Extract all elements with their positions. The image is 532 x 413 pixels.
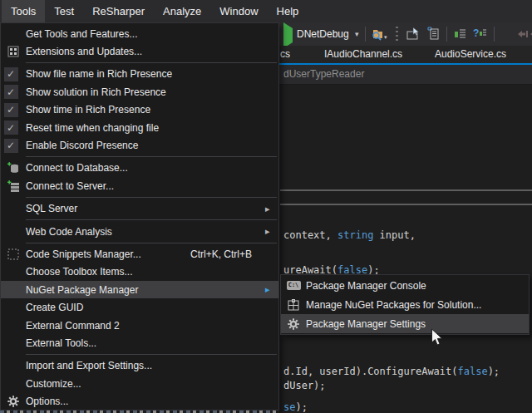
toolbar-separator — [446, 27, 447, 42]
chevron-down-icon[interactable]: ▾ — [355, 30, 359, 38]
code-token: ); — [295, 401, 307, 413]
code-line: dUser); — [283, 380, 326, 391]
submenu-item-package-manager-settings[interactable]: Package Manager Settings — [281, 314, 529, 333]
format-document-icon[interactable] — [454, 28, 467, 43]
submenu-item-label: Package Manager Settings — [306, 318, 529, 330]
console-icon: C:\ — [281, 281, 306, 290]
snippets-icon — [1, 248, 26, 260]
find-in-files-icon[interactable] — [371, 27, 385, 45]
menu-item-label: Create GUID — [26, 302, 265, 313]
code-line: d.Id, userId).ConfigureAwait(false); — [283, 366, 500, 377]
checkmark-icon: ✓ — [1, 85, 26, 99]
tab-iaudiochannel-cs[interactable]: IAudioChannel.cs — [324, 48, 402, 60]
packages-icon — [281, 299, 306, 311]
checkmark-icon: ✓ — [1, 67, 26, 81]
code-line: se); — [283, 401, 308, 413]
menu-separator — [26, 156, 277, 157]
navigate-icon[interactable] — [406, 27, 421, 43]
menu-item-connect-to-server[interactable]: Connect to Server... — [1, 177, 278, 194]
editor-divider-line — [280, 204, 532, 205]
mouse-cursor — [431, 328, 444, 347]
submenu-arrow-icon: ▸ — [265, 284, 278, 295]
breadcrumb-text[interactable]: dUserTypeReader — [283, 68, 364, 80]
code-line: context, string input, — [283, 229, 416, 241]
menu-item-external-command-2[interactable]: External Command 2 — [1, 317, 278, 334]
code-token: d.Id, userId).ConfigureAwait( — [283, 366, 458, 377]
submenu-arrow-icon: ▸ — [265, 226, 278, 237]
menu-item-label: Get Tools and Features... — [26, 28, 265, 40]
menu-item-enable-discord-presence[interactable]: ✓Enable Discord Presence — [1, 136, 278, 154]
menu-item-connect-to-database[interactable]: Connect to Database... — [1, 160, 278, 177]
code-token: string — [337, 229, 373, 241]
menu-item-label: Connect to Database... — [26, 162, 265, 174]
menu-item-label: SQL Server — [26, 203, 265, 214]
menu-item-show-time-in-rich-presence[interactable]: ✓Show time in Rich Presence — [1, 101, 278, 119]
menu-separator — [26, 219, 277, 220]
checkmark-icon: ✓ — [1, 103, 26, 117]
menu-item-label: External Tools... — [26, 337, 265, 349]
menu-item-label: Code Snippets Manager... — [26, 248, 190, 260]
menubar-item-analyze[interactable]: Analyze — [154, 0, 210, 22]
prev-bookmark-icon[interactable] — [516, 28, 528, 43]
gear-icon — [281, 318, 306, 330]
tools-menu: Get Tools and Features...Extensions and … — [0, 22, 279, 411]
menu-item-sql-server[interactable]: SQL Server▸ — [1, 200, 278, 218]
tab-cs[interactable]: cs — [280, 48, 290, 60]
checkmark-icon: ✓ — [1, 139, 26, 153]
menu-item-get-tools-and-features[interactable]: Get Tools and Features... — [1, 25, 278, 42]
menu-bar: ToolsTestReSharperAnalyzeWindowHelp — [0, 0, 532, 22]
menu-separator — [26, 197, 277, 198]
play-icon[interactable] — [283, 28, 293, 43]
menu-separator — [26, 62, 277, 63]
menu-item-shortcut: Ctrl+K, Ctrl+B — [190, 248, 252, 260]
database-icon — [1, 162, 26, 174]
tab-audioservice-cs[interactable]: AudioService.cs — [435, 48, 506, 60]
menu-item-code-snippets-manager[interactable]: Code Snippets Manager...Ctrl+K, Ctrl+B — [1, 245, 278, 263]
toolbar-grip[interactable] — [396, 27, 398, 42]
server-icon — [1, 180, 26, 192]
submenu-item-label: Manage NuGet Packages for Solution... — [306, 299, 529, 311]
menu-item-nuget-package-manager[interactable]: NuGet Package Manager▸ — [1, 281, 278, 298]
menubar-item-resharper[interactable]: ReSharper — [83, 0, 154, 22]
menu-item-options[interactable]: Options... — [1, 392, 278, 410]
menubar-item-help[interactable]: Help — [268, 0, 308, 22]
menu-item-label: Show time in Rich Presence — [26, 104, 265, 116]
menu-item-label: Reset time when changing file — [26, 122, 265, 134]
menu-separator — [26, 354, 277, 355]
checkmark-icon: ✓ — [1, 120, 26, 135]
menu-item-label: Web Code Analysis — [26, 226, 265, 238]
submenu-item-package-manager-console[interactable]: C:\Package Manager Console — [281, 276, 529, 295]
menubar-item-test[interactable]: Test — [45, 0, 83, 22]
menu-item-label: Show file name in Rich Presence — [26, 68, 265, 80]
next-bookmark-icon[interactable] — [529, 28, 532, 43]
menu-item-show-file-name-in-rich-presence[interactable]: ✓Show file name in Rich Presence — [1, 66, 278, 83]
submenu-item-manage-nuget-packages-for-solution[interactable]: Manage NuGet Packages for Solution... — [281, 295, 529, 314]
editor-divider-line — [280, 189, 532, 191]
menu-item-web-code-analysis[interactable]: Web Code Analysis▸ — [1, 223, 278, 240]
menu-item-external-tools[interactable]: External Tools... — [1, 334, 278, 352]
submenu-item-label: Package Manager Console — [306, 280, 529, 292]
menu-item-reset-time-when-changing-file[interactable]: ✓Reset time when changing file — [1, 119, 278, 136]
menubar-item-tools[interactable]: Tools — [2, 0, 45, 22]
menu-item-label: Import and Export Settings... — [26, 360, 265, 371]
code-token: dUser); — [283, 380, 326, 391]
menu-item-show-solution-in-rich-presence[interactable]: ✓Show solution in Rich Presence — [1, 83, 278, 101]
submenu-arrow-icon: ▸ — [265, 204, 278, 214]
menu-item-extensions-and-updates[interactable]: Extensions and Updates... — [1, 42, 278, 60]
menu-item-choose-toolbox-items[interactable]: Choose Toolbox Items... — [1, 263, 278, 281]
menu-item-customize[interactable]: Customize... — [1, 375, 278, 392]
code-token: se — [283, 401, 295, 413]
code-token: input, — [373, 229, 416, 241]
copy-lines-icon[interactable] — [426, 27, 440, 43]
menu-item-label: Options... — [26, 396, 265, 407]
menubar-item-window[interactable]: Window — [210, 0, 267, 22]
menu-item-label: Customize... — [26, 378, 265, 390]
chevron-down-icon[interactable]: ▾ — [384, 34, 387, 41]
run-config-label[interactable]: DNetDebug — [297, 28, 349, 40]
format-selection-icon[interactable]: ? — [473, 27, 487, 43]
gear-icon — [1, 396, 26, 407]
menu-item-import-and-export-settings[interactable]: Import and Export Settings... — [1, 357, 278, 375]
menu-item-create-guid[interactable]: Create GUID — [1, 298, 278, 316]
vs-window: context, string input,ureAwait(false);d.… — [0, 0, 532, 413]
menu-item-label: Connect to Server... — [26, 180, 265, 192]
